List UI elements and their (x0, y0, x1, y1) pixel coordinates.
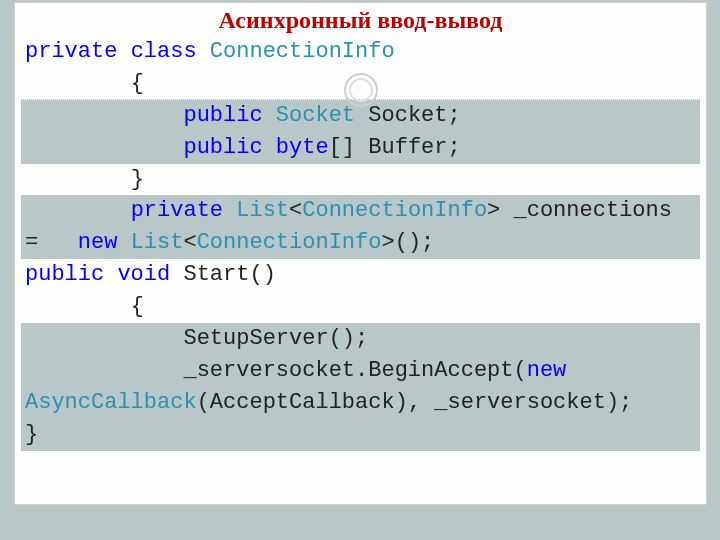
txt-setup: SetupServer(); (183, 326, 368, 351)
code-line: } (21, 164, 700, 196)
type-list: List (236, 198, 289, 223)
kw-new: new (78, 230, 118, 255)
kw-class: class (131, 39, 197, 64)
kw-public: public (25, 262, 104, 287)
brace-close: } (131, 167, 144, 192)
type-conninfo: ConnectionInfo (197, 230, 382, 255)
kw-public: public (183, 135, 262, 160)
gt: > (487, 198, 500, 223)
kw-private: private (25, 39, 117, 64)
type-byte: byte (276, 135, 329, 160)
code-line: _serversocket.BeginAccept(new AsyncCallb… (21, 355, 700, 451)
lt: < (183, 230, 196, 255)
kw-public: public (183, 103, 262, 128)
brace-open: { (131, 294, 144, 319)
kw-private: private (131, 198, 223, 223)
brace-open: { (131, 71, 144, 96)
txt-beginaccept: _serversocket.BeginAccept( (183, 358, 526, 383)
code-line: SetupServer(); (21, 323, 700, 355)
svg-point-1 (350, 79, 372, 101)
type-conninfo: ConnectionInfo (302, 198, 487, 223)
type-asynccb: AsyncCallback (25, 390, 197, 415)
code-line: public void Start() (21, 259, 700, 291)
paren-semicolon: >(); (381, 230, 434, 255)
txt-buffer-field: [] Buffer; (329, 135, 461, 160)
title-ornament-icon (342, 71, 380, 109)
code-line: { (21, 291, 700, 323)
slide-container: Асинхронный ввод-вывод private class Con… (14, 2, 707, 505)
kw-void: void (117, 262, 170, 287)
lt: < (289, 198, 302, 223)
code-line: public byte[] Buffer; (21, 132, 700, 164)
code-line: private class ConnectionInfo (21, 36, 700, 68)
slide-title: Асинхронный ввод-вывод (15, 7, 706, 34)
txt-start: Start() (170, 262, 276, 287)
type-list: List (131, 230, 184, 255)
kw-new: new (527, 358, 567, 383)
type-conninfo: ConnectionInfo (210, 39, 395, 64)
code-line: private List<ConnectionInfo> _connection… (21, 195, 700, 259)
